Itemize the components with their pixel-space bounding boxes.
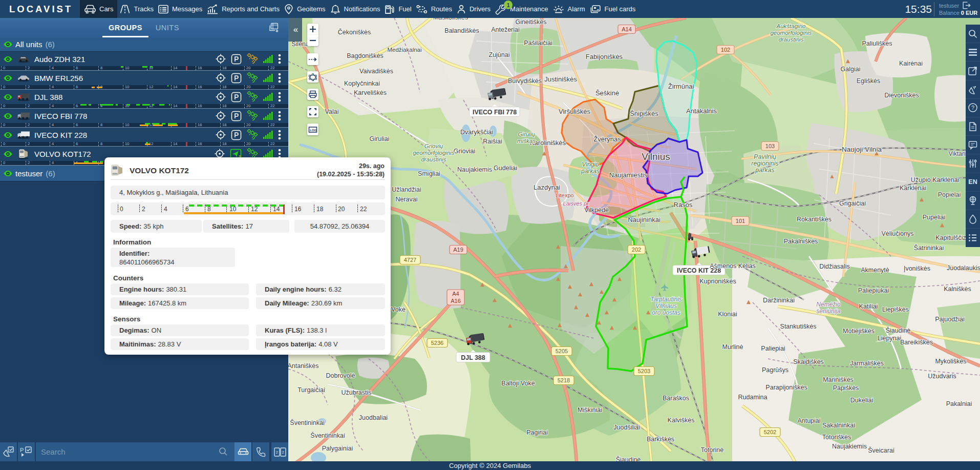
svg-text:Užudvaris: Užudvaris <box>928 373 956 380</box>
svg-text:Ašmenos Kelias: Ašmenos Kelias <box>710 262 756 270</box>
svg-text:Užupio Karklėnai: Užupio Karklėnai <box>911 176 960 183</box>
svg-text:Miškiniai: Miškiniai <box>578 406 602 414</box>
svg-text:DJL 388: DJL 388 <box>461 354 485 361</box>
svg-text:Vilkpėdė: Vilkpėdė <box>584 207 609 214</box>
svg-text:Girulių: Girulių <box>518 131 535 137</box>
svg-text:Pašilaičiai: Pašilaičiai <box>524 39 552 47</box>
svg-text:Popielai: Popielai <box>938 191 961 198</box>
svg-text:Naujininkai: Naujininkai <box>628 216 661 223</box>
svg-text:Parapijoniškės: Parapijoniškės <box>765 384 807 391</box>
svg-text:Gudeliai: Gudeliai <box>494 165 517 172</box>
svg-text:Grigaičiai: Grigaičiai <box>839 200 866 207</box>
svg-text:Karveliškės: Karveliškės <box>354 89 387 96</box>
svg-text:Laisvės pr.: Laisvės pr. <box>563 200 590 207</box>
svg-text:LOG: LOG <box>310 128 317 131</box>
svg-text:Antakalnis: Antakalnis <box>686 107 717 115</box>
svg-text:Barkiškės: Barkiškės <box>647 436 674 443</box>
svg-text:geomorfologinis: geomorfologinis <box>413 150 454 156</box>
svg-text:Daržininkai: Daržininkai <box>763 297 795 304</box>
svg-text:Pajuodžiai: Pajuodžiai <box>935 316 965 323</box>
svg-text:Kairėnai: Kairėnai <box>899 60 923 67</box>
svg-text:Dievoniškės: Dievoniškės <box>884 92 919 99</box>
svg-text:Litexpo: Litexpo <box>556 192 573 198</box>
svg-text:Paliepiai: Paliepiai <box>761 345 785 352</box>
svg-text:Kloniai: Kloniai <box>718 311 737 318</box>
svg-text:Viršuliškės: Viršuliškės <box>559 108 590 115</box>
svg-text:Akmenytė: Akmenytė <box>861 267 889 274</box>
svg-text:Didžiasalis: Didžiasalis <box>819 263 850 270</box>
svg-text:Medžiakalnai: Medžiakalnai <box>387 47 421 53</box>
svg-text:Dobrovolė: Dobrovolė <box>326 372 355 379</box>
svg-text:geomorfologinis: geomorfologinis <box>770 30 812 36</box>
svg-text:draustinis: draustinis <box>421 156 446 162</box>
svg-text:Skaidiškės: Skaidiškės <box>793 358 824 365</box>
svg-text:Gineitiškės: Gineitiškės <box>515 18 546 26</box>
svg-text:102: 102 <box>721 47 730 53</box>
svg-text:Antupiai: Antupiai <box>797 417 820 424</box>
svg-text:oro uostas: oro uostas <box>652 309 680 316</box>
svg-text:Vilnius: Vilnius <box>642 151 670 162</box>
svg-text:Juodbaliai: Juodbaliai <box>359 414 388 421</box>
svg-text:Murlinė: Murlinė <box>722 343 743 351</box>
svg-text:A4: A4 <box>452 291 459 297</box>
svg-text:Liepynai: Liepynai <box>878 335 902 342</box>
svg-text:4727: 4727 <box>404 257 416 263</box>
svg-text:103: 103 <box>765 143 775 149</box>
svg-text:Bagdoniškės: Bagdoniškės <box>347 52 384 59</box>
svg-text:Nemėžio: Nemėžio <box>816 301 841 308</box>
svg-text:Juodalaukis: Juodalaukis <box>947 264 980 272</box>
svg-text:Čekoniškės: Čekoniškės <box>338 28 371 36</box>
svg-text:Lazdynai: Lazdynai <box>534 183 560 191</box>
svg-text:Šnipiškės: Šnipiškės <box>630 110 658 117</box>
svg-text:101: 101 <box>736 218 745 224</box>
svg-text:Palygainiai: Palygainiai <box>322 445 353 452</box>
svg-text:Šventininkai: Šventininkai <box>290 419 324 426</box>
svg-text:Justiniškės: Justiniškės <box>544 75 577 83</box>
svg-text:Naujoji Vilnia: Naujoji Vilnia <box>842 146 882 153</box>
svg-text:Antežeriai: Antežeriai <box>491 26 520 33</box>
svg-text:Karklėnai: Karklėnai <box>900 185 926 192</box>
svg-text:Pupeliai: Pupeliai <box>923 214 945 221</box>
svg-text:Jarmališkės: Jarmališkės <box>850 360 884 367</box>
svg-text:Vaivadiškės: Vaivadiškės <box>359 68 393 75</box>
svg-text:Rudamina: Rudamina <box>738 394 768 401</box>
svg-text:Šiaudinė: Šiaudinė <box>616 456 641 461</box>
svg-text:5202: 5202 <box>764 429 776 435</box>
svg-text:Motiejiškės: Motiejiškės <box>843 328 875 335</box>
svg-text:Naujakiemis: Naujakiemis <box>457 166 492 173</box>
svg-text:Aukštagirio: Aukštagirio <box>776 23 806 29</box>
svg-text:Rokantiškės: Rokantiškės <box>797 216 832 223</box>
svg-text:parkas: parkas <box>581 168 600 175</box>
svg-text:Stankutiškės: Stankutiškės <box>780 323 817 330</box>
svg-text:Užlandžiai: Užlandžiai <box>392 186 421 193</box>
svg-text:IVECO FBI 778: IVECO FBI 778 <box>473 109 517 116</box>
svg-text:Koplyčninkai: Koplyčninkai <box>344 80 380 87</box>
svg-text:Juodšiliai: Juodšiliai <box>613 424 640 431</box>
svg-text:Galgiai: Galgiai <box>841 66 861 73</box>
svg-text:Mariniškės: Mariniškės <box>823 376 854 383</box>
svg-text:Liepiškės: Liepiškės <box>882 306 909 313</box>
svg-text:miškas: miškas <box>517 138 536 144</box>
svg-text:Griovių: Griovių <box>424 143 443 149</box>
svg-text:Fabijoniškės: Fabijoniškės <box>586 53 623 60</box>
svg-text:2: 2 <box>275 450 278 455</box>
svg-text:Raišiai: Raišiai <box>483 138 502 145</box>
svg-text:Kalviškės: Kalviškės <box>668 417 695 424</box>
svg-text:Bareikiškės: Bareikiškės <box>900 339 933 346</box>
svg-text:P: P <box>20 447 24 453</box>
svg-text:Kapitulščiz: Kapitulščiz <box>935 234 966 241</box>
svg-text:Žvėrynas: Žvėrynas <box>593 135 621 143</box>
svg-text:Neravai: Neravai <box>395 196 417 203</box>
svg-text:regioninis: regioninis <box>751 160 779 167</box>
svg-text:Maskoliškės: Maskoliškės <box>433 18 468 21</box>
svg-text:Baltoji Vokė: Baltoji Vokė <box>501 380 535 387</box>
svg-text:5205: 5205 <box>556 348 568 354</box>
svg-text:Rasos: Rasos <box>674 201 693 209</box>
svg-text:Totorinė: Totorinė <box>701 446 724 454</box>
svg-text:A14: A14 <box>622 26 632 32</box>
svg-text:Paliuliškės: Paliuliškės <box>862 40 892 47</box>
svg-text:Baraškos: Baraškos <box>663 395 689 402</box>
svg-text:Antaniškės: Antaniškės <box>288 362 319 370</box>
svg-text:Pagrūšys: Pagrūšys <box>762 366 789 374</box>
svg-text:Papiškės: Papiškės <box>833 384 859 392</box>
